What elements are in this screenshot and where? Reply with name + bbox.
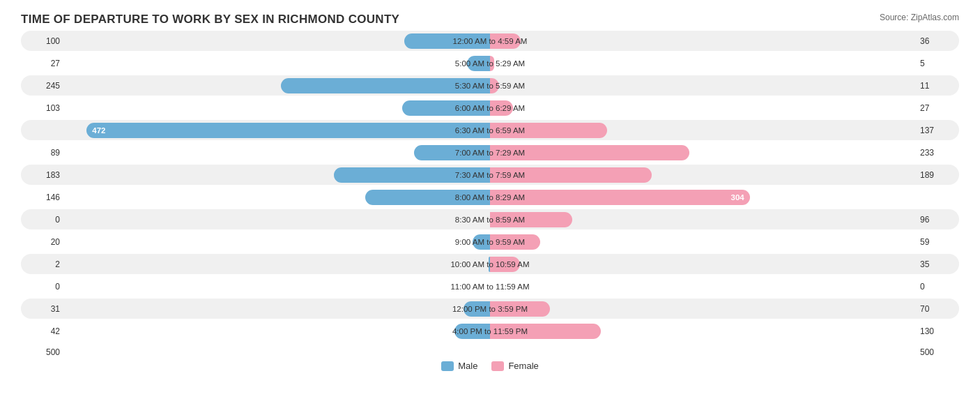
row-inner: 27 5:00 AM to 5:29 AM 5 [21, 53, 959, 73]
bars-section: 4:00 PM to 11:59 PM [63, 321, 917, 341]
row-inner: 472 472 6:30 AM to 6:59 AM 137 [21, 120, 959, 140]
bars-section: 7:30 AM to 7:59 AM [63, 165, 917, 185]
female-bar [490, 257, 520, 272]
bar-row: 31 12:00 PM to 3:59 PM 70 [21, 299, 959, 319]
female-bar [490, 324, 601, 339]
legend-male: Male [441, 361, 477, 371]
bar-row: 89 7:00 AM to 7:29 AM 233 [21, 142, 959, 163]
male-bar-wrap [63, 78, 490, 93]
bars-section: 11:00 AM to 11:59 AM [63, 276, 917, 296]
row-inner: 103 6:00 AM to 6:29 AM 27 [21, 98, 959, 118]
male-value-left: 100 [21, 36, 63, 46]
bars-section: 9:00 AM to 9:59 AM [63, 232, 917, 252]
bar-row: 183 7:30 AM to 7:59 AM 189 [21, 165, 959, 185]
row-inner: 89 7:00 AM to 7:29 AM 233 [21, 142, 959, 163]
female-bar-wrap: 304 [490, 190, 917, 205]
male-value-left: 27 [21, 59, 63, 68]
female-value-right: 59 [917, 237, 959, 247]
bar-row: 27 5:00 AM to 5:29 AM 5 [21, 53, 959, 73]
female-bar-wrap [490, 212, 917, 227]
bar-row: 472 472 6:30 AM to 6:59 AM 137 [21, 120, 959, 140]
female-bar-wrap [490, 167, 917, 183]
male-bar-wrap [63, 257, 490, 272]
female-legend-box [491, 361, 504, 371]
male-value-left: 2 [21, 259, 63, 269]
male-bar-wrap [63, 301, 490, 317]
row-inner: 42 4:00 PM to 11:59 PM 130 [21, 321, 959, 341]
male-bar-wrap: 472 [63, 123, 490, 138]
female-bar [490, 167, 652, 183]
male-bar: 472 [86, 123, 490, 138]
male-bar-wrap [63, 212, 490, 227]
female-bar [490, 100, 513, 116]
female-bar [490, 145, 689, 160]
female-bar-wrap [490, 100, 917, 116]
female-bar-wrap [490, 234, 917, 250]
female-bar-wrap [490, 279, 917, 294]
male-bar-wrap [63, 56, 490, 71]
male-value-left: 103 [21, 103, 63, 113]
male-bar-wrap [63, 145, 490, 160]
male-value-left: 146 [21, 193, 63, 202]
female-value-right: 11 [917, 81, 959, 91]
female-bar [490, 78, 499, 93]
chart-container: TIME OF DEPARTURE TO WORK BY SEX IN RICH… [0, 0, 980, 415]
axis-right: 500 [917, 347, 959, 357]
bar-row: 100 12:00 AM to 4:59 AM 36 [21, 31, 959, 51]
male-bar [454, 324, 490, 339]
male-bar-wrap [63, 279, 490, 294]
bar-row: 42 4:00 PM to 11:59 PM 130 [21, 321, 959, 341]
male-legend-label: Male [458, 361, 477, 371]
male-legend-box [441, 361, 454, 371]
bars-section: 8:00 AM to 8:29 AM 304 [63, 187, 917, 207]
male-bar [404, 33, 490, 49]
row-inner: 245 5:30 AM to 5:59 AM 11 [21, 75, 959, 96]
bar-row: 0 11:00 AM to 11:59 AM 0 [21, 276, 959, 296]
source-label: Source: ZipAtlas.com [880, 13, 959, 22]
female-bar-wrap [490, 56, 917, 71]
legend-female: Female [491, 361, 538, 371]
female-value-right: 130 [917, 326, 959, 336]
bar-row: 146 8:00 AM to 8:29 AM 304 304 [21, 187, 959, 207]
row-inner: 0 8:30 AM to 8:59 AM 96 [21, 209, 959, 229]
row-inner: 31 12:00 PM to 3:59 PM 70 [21, 299, 959, 319]
axis-row: 500 500 [21, 347, 959, 357]
bar-row: 245 5:30 AM to 5:59 AM 11 [21, 75, 959, 96]
male-bar-wrap [63, 33, 490, 49]
female-bar [490, 56, 494, 71]
chart-area: 100 12:00 AM to 4:59 AM 36 [21, 31, 959, 372]
female-value-right: 36 [917, 36, 959, 46]
male-bar-wrap [63, 100, 490, 116]
female-bar-wrap [490, 301, 917, 317]
female-bar [490, 301, 550, 317]
male-value-left: 0 [21, 282, 63, 292]
chart-title: TIME OF DEPARTURE TO WORK BY SEX IN RICH… [21, 13, 959, 27]
bar-row: 103 6:00 AM to 6:29 AM 27 [21, 98, 959, 118]
bars-section: 5:30 AM to 5:59 AM [63, 75, 917, 96]
male-bar [365, 190, 490, 205]
bars-section: 6:00 AM to 6:29 AM [63, 98, 917, 118]
female-value-right: 233 [917, 148, 959, 158]
female-value-right: 189 [917, 170, 959, 180]
male-bar [334, 167, 490, 183]
male-bar [473, 234, 490, 250]
row-inner: 183 7:30 AM to 7:59 AM 189 [21, 165, 959, 185]
female-bar [490, 33, 521, 49]
row-inner: 100 12:00 AM to 4:59 AM 36 [21, 31, 959, 51]
male-bar [467, 56, 490, 71]
male-bar [464, 301, 490, 317]
female-value-right: 70 [917, 304, 959, 314]
male-bar-wrap [63, 190, 490, 205]
bars-section: 7:00 AM to 7:29 AM [63, 142, 917, 163]
male-value-left: 31 [21, 304, 63, 314]
bar-row: 2 10:00 AM to 10:59 AM 35 [21, 254, 959, 274]
bars-section: 12:00 AM to 4:59 AM [63, 31, 917, 51]
male-bar-wrap [63, 234, 490, 250]
male-bar-wrap [63, 167, 490, 183]
female-bar [490, 123, 607, 138]
female-value-right: 96 [917, 215, 959, 225]
bars-section: 8:30 AM to 8:59 AM [63, 209, 917, 229]
male-bar [402, 100, 490, 116]
rows-container: 100 12:00 AM to 4:59 AM 36 [21, 31, 959, 343]
male-bar-wrap [63, 324, 490, 339]
